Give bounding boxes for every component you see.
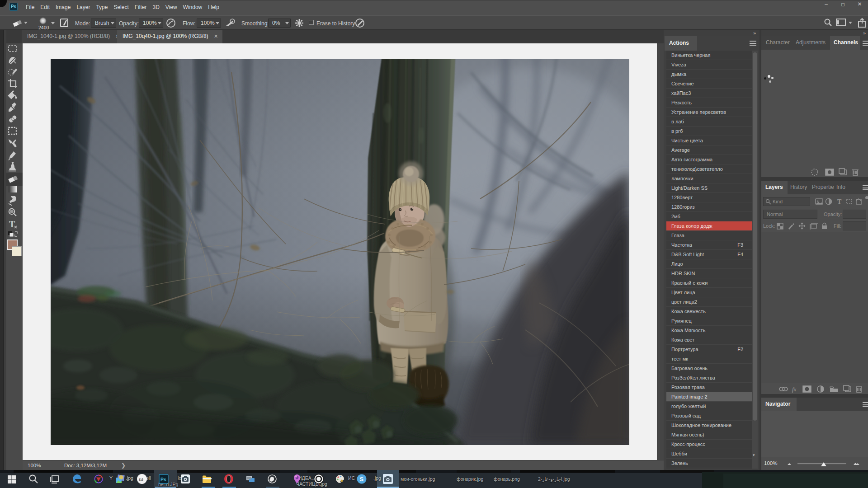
svg-text:fx: fx <box>792 386 797 393</box>
svg-text:T: T <box>837 198 842 205</box>
svg-text:S: S <box>360 476 364 483</box>
svg-text:T: T <box>9 219 15 229</box>
svg-text:Ps: Ps <box>160 477 166 482</box>
svg-text:ω: ω <box>139 476 143 483</box>
